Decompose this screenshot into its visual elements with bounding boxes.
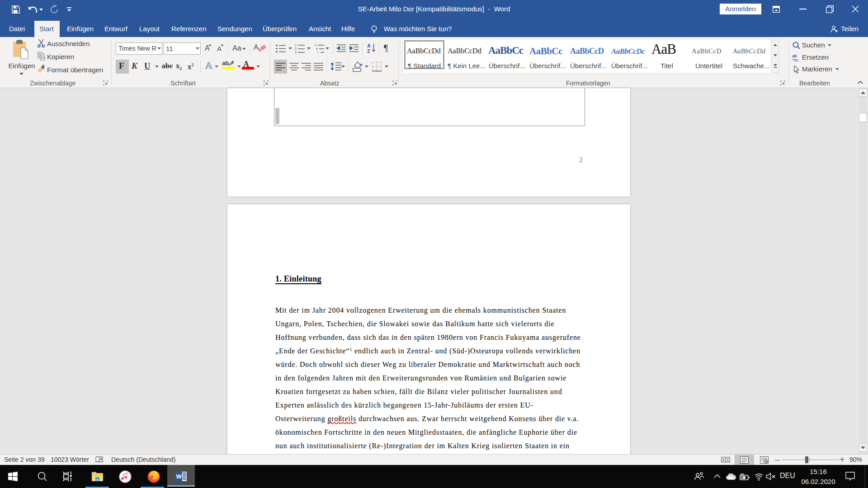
svg-text:2: 2 xyxy=(295,47,297,50)
svg-text:W: W xyxy=(176,473,182,480)
svg-text:ac: ac xyxy=(794,58,799,61)
svg-text:a: a xyxy=(316,47,318,50)
svg-text:i: i xyxy=(317,51,318,53)
svg-text:A: A xyxy=(367,43,371,48)
svg-text:1: 1 xyxy=(295,43,297,47)
svg-text:Z: Z xyxy=(367,48,370,54)
svg-text:1: 1 xyxy=(315,43,316,47)
svg-text:3: 3 xyxy=(295,51,297,53)
